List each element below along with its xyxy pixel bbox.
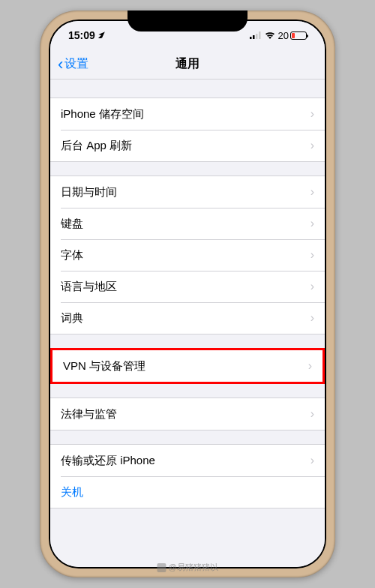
status-left: 15:09: [68, 29, 106, 41]
row-language-region[interactable]: 语言与地区 ›: [50, 271, 325, 302]
svg-rect-2: [256, 34, 258, 39]
svg-rect-3: [259, 32, 261, 39]
row-label: 键盘: [61, 217, 83, 231]
chevron-right-icon: ›: [310, 311, 314, 325]
row-label: 词典: [61, 311, 83, 326]
row-label: 日期与时间: [61, 185, 117, 200]
chevron-right-icon: ›: [310, 185, 314, 199]
status-time: 15:09: [68, 29, 95, 41]
row-legal-regulatory[interactable]: 法律与监管 ›: [50, 398, 325, 430]
chevron-right-icon: ›: [310, 139, 314, 152]
battery-icon: [290, 32, 307, 40]
settings-group-storage: iPhone 储存空间 › 后台 App 刷新 ›: [50, 98, 325, 162]
location-icon: [98, 29, 106, 41]
row-vpn-device-management[interactable]: VPN 与设备管理 ›: [52, 350, 322, 382]
row-dictionary[interactable]: 词典 ›: [50, 302, 325, 334]
phone-screen: 15:09 20: [49, 20, 326, 568]
row-date-time[interactable]: 日期与时间 ›: [50, 176, 325, 208]
phone-frame: 15:09 20: [40, 10, 335, 578]
signal-icon: [250, 32, 262, 39]
row-shutdown[interactable]: 关机: [50, 476, 325, 508]
svg-rect-1: [253, 35, 255, 39]
chevron-right-icon: ›: [310, 407, 314, 421]
watermark-icon: [157, 563, 166, 572]
chevron-right-icon: ›: [310, 248, 314, 262]
status-right: 20: [250, 30, 307, 41]
settings-group-input: 日期与时间 › 键盘 › 字体 › 语言与地区 › 词典 ›: [50, 176, 325, 334]
row-fonts[interactable]: 字体 ›: [50, 239, 325, 271]
back-label: 设置: [64, 56, 88, 72]
watermark: @易猪猪猪以: [157, 562, 218, 573]
chevron-right-icon: ›: [310, 280, 314, 293]
page-title: 通用: [176, 56, 200, 72]
row-label: iPhone 储存空间: [61, 107, 144, 122]
row-label: 后台 App 刷新: [61, 139, 132, 153]
svg-rect-0: [250, 37, 252, 39]
chevron-right-icon: ›: [310, 217, 314, 230]
watermark-text: @易猪猪猪以: [168, 562, 218, 573]
nav-bar: ‹ 设置 通用: [50, 50, 325, 80]
content-scroll[interactable]: iPhone 储存空间 › 后台 App 刷新 › 日期与时间 › 键盘 ›: [50, 80, 325, 567]
settings-group-reset: 传输或还原 iPhone › 关机: [50, 444, 325, 508]
chevron-right-icon: ›: [308, 359, 312, 373]
row-background-app-refresh[interactable]: 后台 App 刷新 ›: [50, 130, 325, 161]
row-keyboard[interactable]: 键盘 ›: [50, 208, 325, 239]
notch: [128, 10, 248, 32]
row-label: 字体: [61, 248, 83, 262]
chevron-right-icon: ›: [310, 107, 314, 121]
row-label: 法律与监管: [61, 407, 117, 422]
row-label: VPN 与设备管理: [63, 359, 146, 374]
row-transfer-reset[interactable]: 传输或还原 iPhone ›: [50, 445, 325, 476]
wifi-icon: [265, 32, 275, 39]
row-iphone-storage[interactable]: iPhone 储存空间 ›: [50, 98, 325, 130]
row-label: 传输或还原 iPhone: [61, 454, 155, 468]
battery-fill: [292, 33, 295, 38]
row-label: 语言与地区: [61, 280, 117, 294]
battery-indicator: 20: [278, 30, 307, 41]
row-label: 关机: [61, 485, 83, 500]
settings-group-legal: 法律与监管 ›: [50, 398, 325, 430]
chevron-left-icon: ‹: [58, 56, 63, 73]
settings-group-vpn-highlighted: VPN 与设备管理 ›: [50, 348, 325, 384]
battery-percent: 20: [278, 30, 289, 41]
back-button[interactable]: ‹ 设置: [50, 56, 88, 73]
chevron-right-icon: ›: [310, 454, 314, 467]
